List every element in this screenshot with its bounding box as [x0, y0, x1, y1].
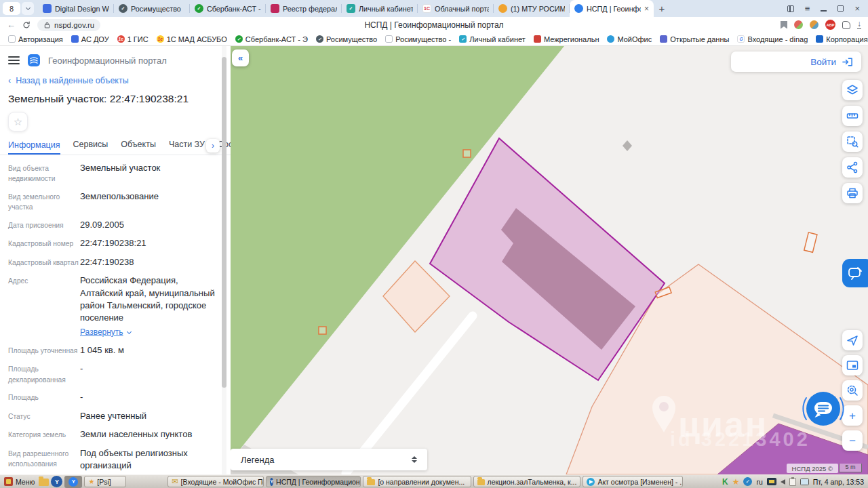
- attribute-row: Площадь декларированная-: [8, 363, 221, 385]
- reload-icon[interactable]: [22, 20, 31, 30]
- window-close-icon[interactable]: ×: [854, 3, 860, 14]
- browser-tab-active[interactable]: НСПД | Геоинформа ×: [570, 0, 654, 17]
- browser-tab[interactable]: 1С Облачный портал 1С: [418, 0, 494, 17]
- point-marker[interactable]: [463, 150, 471, 157]
- taskbar-window-telegram[interactable]: Акт осмотра [Изменен] - ...: [583, 476, 683, 487]
- bookmark-item[interactable]: ✓Личный кабинет: [455, 35, 530, 43]
- tab-title: Digital Design Web Clien: [55, 5, 109, 13]
- minimap-button[interactable]: [842, 355, 863, 375]
- plus-icon: +: [849, 410, 856, 422]
- extension-icon[interactable]: [794, 20, 803, 29]
- taskbar-window-mail[interactable]: ✉ [Входящие - МойОфис По...: [167, 476, 264, 487]
- taskbar-window-document[interactable]: [о направлении докумен...: [363, 476, 471, 487]
- bookmark-item[interactable]: 1с1 ГИС: [113, 35, 153, 43]
- yandex-browser-icon[interactable]: Y: [51, 476, 62, 487]
- layers-button[interactable]: [842, 80, 863, 100]
- tab-close-icon[interactable]: ×: [644, 4, 649, 14]
- support-button[interactable]: [842, 259, 868, 287]
- window-minimize-icon[interactable]: [821, 10, 827, 12]
- tab-parcel-parts[interactable]: Части ЗУ: [169, 140, 205, 155]
- map-viewport[interactable]: циан id 32213402 « Войти +: [231, 46, 868, 474]
- browser-tab[interactable]: ✓ Личный кабинет: [342, 0, 418, 17]
- panel-scrollbar-thumb[interactable]: [222, 57, 226, 388]
- bookmark-item[interactable]: Росимущество -: [381, 35, 455, 43]
- attribute-row: Площадь уточненная1 045 кв. м: [8, 344, 221, 357]
- attribute-value: 29.09.2005: [80, 219, 221, 231]
- share-icon: [846, 161, 859, 174]
- measure-button[interactable]: [842, 106, 863, 126]
- window-restore-icon[interactable]: [837, 5, 844, 12]
- tab-panels-icon[interactable]: [787, 5, 794, 12]
- browser-tab[interactable]: Реестр федерального и: [266, 0, 342, 17]
- bookmark-item[interactable]: МойОфис: [603, 35, 656, 43]
- area-select-button[interactable]: [842, 131, 863, 152]
- tab-services[interactable]: Сервисы: [73, 140, 108, 155]
- geolocation-button[interactable]: [842, 330, 863, 350]
- bookmark-item[interactable]: Авторизация: [4, 35, 67, 43]
- tray-clipboard-icon[interactable]: [789, 478, 796, 486]
- adblock-icon[interactable]: ABP: [825, 20, 835, 30]
- bookmark-item[interactable]: GВходящие - dinag: [733, 35, 812, 43]
- favorite-star-button[interactable]: ☆: [8, 112, 28, 131]
- extension-mitten-icon[interactable]: [842, 21, 850, 29]
- collapse-panel-button[interactable]: «: [232, 49, 249, 66]
- keyboard-layout-indicator[interactable]: ru: [756, 478, 762, 486]
- map-canvas[interactable]: [231, 46, 868, 474]
- new-tab-button[interactable]: +: [654, 1, 670, 16]
- legend-toggle[interactable]: Легенда: [231, 449, 427, 470]
- zoom-out-button[interactable]: −: [842, 430, 863, 451]
- taskbar-clock[interactable]: Пт, 4 апр, 13:53: [813, 478, 864, 486]
- browser-tab[interactable]: (1) МТУ РОСИМУЩЕСТ: [494, 0, 570, 17]
- back-icon[interactable]: ←: [7, 20, 16, 30]
- tray-monitor-icon[interactable]: [767, 478, 776, 485]
- downloads-icon[interactable]: ↓: [857, 20, 861, 29]
- bookmark-label: АС ДОУ: [81, 35, 109, 43]
- bookmark-favicon: [660, 35, 667, 43]
- chat-button[interactable]: [801, 386, 846, 431]
- tray-volume-icon[interactable]: [781, 479, 785, 485]
- browser-tab[interactable]: ✓ Росимущество: [114, 0, 190, 17]
- extension-icon[interactable]: [810, 20, 818, 29]
- browser-tab[interactable]: Digital Design Web Clien: [38, 0, 114, 17]
- tray-shield-icon[interactable]: ✓: [743, 477, 752, 486]
- tray-display-icon[interactable]: [800, 479, 809, 485]
- tab-favicon: [43, 4, 52, 13]
- url-field[interactable]: nspd.gov.ru: [37, 19, 100, 31]
- bookmark-item[interactable]: АС ДОУ: [67, 35, 113, 43]
- file-manager-icon[interactable]: [39, 479, 49, 486]
- bookmark-item[interactable]: Межрегиональн: [530, 35, 604, 43]
- browser-menu-icon[interactable]: ≡: [805, 3, 810, 14]
- search-area-icon: [846, 384, 859, 397]
- tabs-scroll-right-button[interactable]: ›: [206, 139, 220, 152]
- tray-star-icon[interactable]: ★: [732, 477, 740, 487]
- browser-tab[interactable]: ✓ Сбербанк-АСТ - Электр: [190, 0, 266, 17]
- bookmark-item[interactable]: Корпорация МС: [812, 35, 868, 43]
- attribute-row: Вид объекта недвижимостиЗемельный участо…: [8, 162, 221, 184]
- bookmark-item[interactable]: ✓Росимущество: [312, 35, 381, 43]
- bookmark-item[interactable]: Открытые данны: [656, 35, 733, 43]
- tray-k-icon[interactable]: K: [722, 477, 728, 487]
- tab-information[interactable]: Информация: [8, 140, 60, 155]
- chat-bubble-icon: [801, 386, 846, 431]
- hamburger-menu-icon[interactable]: [8, 56, 20, 64]
- expand-address-link[interactable]: Развернуть: [80, 327, 221, 338]
- print-button[interactable]: [842, 183, 863, 203]
- point-marker[interactable]: [319, 327, 326, 334]
- bookmark-item[interactable]: 1с1С МАД АСБУБО: [153, 35, 231, 43]
- login-button[interactable]: Войти: [731, 52, 861, 72]
- start-menu-button[interactable]: Меню: [2, 477, 37, 486]
- address-bar: ← nspd.gov.ru НСПД | Геоинформационный п…: [0, 17, 868, 33]
- taskbar-window-nspd[interactable]: Y НСПД | Геоинформацион...: [266, 476, 361, 487]
- bookmark-icon[interactable]: [781, 21, 787, 29]
- taskbar-window-psi[interactable]: ★ [Psi]: [84, 476, 126, 487]
- bookmark-item[interactable]: ✓Сбербанк-АСТ - Э: [231, 35, 312, 43]
- yandex-browser-active-icon[interactable]: Y: [64, 476, 82, 488]
- tab-counter-dropdown[interactable]: [22, 2, 34, 15]
- tab-objects[interactable]: Объекты: [121, 140, 156, 155]
- taskbar-window-folder[interactable]: лекцион.залТальменка, к...: [473, 476, 580, 487]
- tab-title: (1) МТУ РОСИМУЩЕСТ: [511, 5, 565, 13]
- share-button[interactable]: [842, 157, 863, 178]
- back-to-results-link[interactable]: ‹ Назад в найденные объекты: [8, 76, 222, 85]
- bookmarks-bar: Авторизация АС ДОУ 1с1 ГИС 1с1С МАД АСБУ…: [0, 33, 868, 46]
- tab-counter[interactable]: 8: [3, 2, 34, 15]
